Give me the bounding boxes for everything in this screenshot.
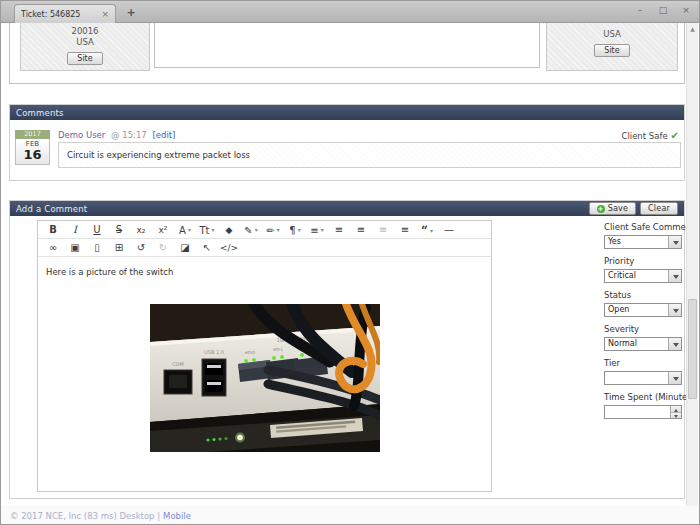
priority-value: Critical <box>605 270 668 282</box>
insert-link-icon[interactable]: ∞ <box>42 240 64 256</box>
scrollbar-thumb[interactable] <box>688 299 697 399</box>
site-card-left: 20016 USA Site <box>20 23 150 71</box>
site-card-right: USA Site <box>546 23 678 71</box>
tab-bar: Ticket: 546825 × + – □ × <box>1 1 699 23</box>
close-button[interactable]: × <box>681 5 691 15</box>
chevron-down-icon <box>668 338 681 350</box>
tab-close-icon[interactable]: × <box>101 10 109 19</box>
editor-toolbar-row2: ∞ ▣ ▯ ⊞ ↺ ↻ ◪ ↖ </> <box>38 239 491 257</box>
footer-mobile-link[interactable]: Mobile <box>163 511 191 521</box>
minimize-button[interactable]: – <box>635 5 645 15</box>
maximize-button[interactable]: □ <box>658 5 668 15</box>
scrollbar-up-icon[interactable]: ▲ <box>687 25 698 32</box>
editor-content-area[interactable]: Here is a picture of the switch <box>38 257 491 491</box>
redo-icon[interactable]: ↻ <box>152 240 174 256</box>
address-zip: 20016 <box>21 26 149 37</box>
client-safe-value: Yes <box>605 236 668 248</box>
add-comment-header: Add a Comment + Save Clear <box>10 201 684 216</box>
comments-panel: Comments 2017 FEB 16 Demo User @ 15:17 [… <box>9 104 685 181</box>
insert-image-icon[interactable]: ▣ <box>64 240 86 256</box>
subscript-icon[interactable]: x₂ <box>130 222 152 238</box>
comment-meta: Demo User @ 15:17 [edit] <box>58 130 175 140</box>
font-size-icon[interactable]: Tt <box>196 222 218 238</box>
background-color-icon[interactable]: ◆ <box>218 222 240 238</box>
photo-label-eth1: eth1 <box>273 347 283 352</box>
bold-icon[interactable]: B <box>42 222 64 238</box>
site-button[interactable]: Site <box>594 44 629 57</box>
comment-date-badge: 2017 FEB 16 <box>15 130 50 165</box>
status-label: Status <box>604 290 684 300</box>
font-color-icon[interactable]: A <box>174 222 196 238</box>
editor-toolbar-row1: B I U S x₂ x² A Tt ◆ ✎ ✏ ¶ ≡ ≡ ≡ ≡ ≡ “ — <box>38 221 491 239</box>
paragraph-format-icon[interactable]: ¶ <box>284 222 306 238</box>
priority-select[interactable]: Critical <box>604 269 682 283</box>
new-tab-button[interactable]: + <box>124 6 138 19</box>
number-spinner[interactable] <box>670 406 681 418</box>
ticket-summary-section: 20016 USA Site USA Site <box>9 23 685 84</box>
add-comment-panel: Add a Comment + Save Clear B I U S x₂ x²… <box>9 200 685 499</box>
chevron-down-icon <box>668 270 681 282</box>
editor-text: Here is a picture of the switch <box>46 267 173 277</box>
code-view-icon[interactable]: </> <box>218 240 240 256</box>
severity-select[interactable]: Normal <box>604 337 682 351</box>
underline-icon[interactable]: U <box>86 222 108 238</box>
client-safe-select[interactable]: Yes <box>604 235 682 249</box>
list-numbers-icon[interactable]: ≡ <box>350 222 372 238</box>
save-button[interactable]: + Save <box>589 202 636 215</box>
severity-label: Severity <box>604 324 684 334</box>
add-comment-title: Add a Comment <box>16 204 87 214</box>
check-icon: ✔ <box>671 130 679 141</box>
comment-options-form: Client Safe Comment Yes Priority Critica… <box>604 221 684 419</box>
select-tool-icon[interactable]: ↖ <box>196 240 218 256</box>
address-country: USA <box>21 37 149 48</box>
footer: © 2017 NCE, Inc (83 ms) Desktop | Mobile <box>1 506 699 525</box>
priority-label: Priority <box>604 256 684 266</box>
tab-title: Ticket: 546825 <box>21 10 97 19</box>
clear-formatting-icon[interactable]: ◪ <box>174 240 196 256</box>
highlighter-icon[interactable]: ✏ <box>262 222 284 238</box>
client-safe-label: Client Safe Comment <box>604 222 684 232</box>
blockquote-icon[interactable]: “ <box>416 222 438 238</box>
site-button[interactable]: Site <box>67 52 102 65</box>
details-panel <box>154 23 540 68</box>
pen-icon[interactable]: ✎ <box>240 222 262 238</box>
italic-icon[interactable]: I <box>64 222 86 238</box>
superscript-icon[interactable]: x² <box>152 222 174 238</box>
save-plus-icon: + <box>597 205 605 213</box>
indent-icon[interactable]: ≡ <box>394 222 416 238</box>
switch-photo: COM USB 1.0 10/100/1000 PoE eth0 eth1 et… <box>150 304 380 452</box>
comment-date-day: 16 <box>16 148 49 164</box>
window-controls: – □ × <box>635 5 691 15</box>
comment-edit-link[interactable]: [edit] <box>152 130 175 140</box>
outdent-icon[interactable]: ≡ <box>372 222 394 238</box>
comment-date-body: FEB 16 <box>15 139 50 165</box>
vertical-scrollbar[interactable]: ▲ <box>686 23 698 506</box>
address-country: USA <box>547 29 677 40</box>
app-window: Ticket: 546825 × + – □ × 20016 USA Site … <box>0 0 700 525</box>
spinner-down-icon[interactable] <box>671 413 681 419</box>
align-icon[interactable]: ≡ <box>306 222 328 238</box>
time-spent-label: Time Spent (Minutes) <box>604 392 684 402</box>
time-spent-input[interactable] <box>604 405 682 419</box>
undo-icon[interactable]: ↺ <box>130 240 152 256</box>
comment-author-link[interactable]: Demo User <box>58 130 105 140</box>
tab-ticket[interactable]: Ticket: 546825 × <box>14 4 116 23</box>
insert-table-icon[interactable]: ⊞ <box>108 240 130 256</box>
comment-time: @ 15:17 <box>111 130 147 140</box>
status-value: Open <box>605 304 668 316</box>
strikethrough-icon[interactable]: S <box>108 222 130 238</box>
tier-label: Tier <box>604 358 684 368</box>
comment-editor: B I U S x₂ x² A Tt ◆ ✎ ✏ ¶ ≡ ≡ ≡ ≡ ≡ “ — <box>37 220 492 492</box>
clear-button-label: Clear <box>648 204 670 213</box>
insert-file-icon[interactable]: ▯ <box>86 240 108 256</box>
horizontal-rule-icon[interactable]: — <box>438 222 460 238</box>
chevron-down-icon <box>668 236 681 248</box>
tier-select[interactable] <box>604 371 682 385</box>
list-bullets-icon[interactable]: ≡ <box>328 222 350 238</box>
clear-button[interactable]: Clear <box>640 202 678 215</box>
status-select[interactable]: Open <box>604 303 682 317</box>
comments-header: Comments <box>10 105 684 120</box>
client-safe-label: Client Safe <box>621 131 667 141</box>
comment-date-year: 2017 <box>15 130 50 139</box>
severity-value: Normal <box>605 338 668 350</box>
